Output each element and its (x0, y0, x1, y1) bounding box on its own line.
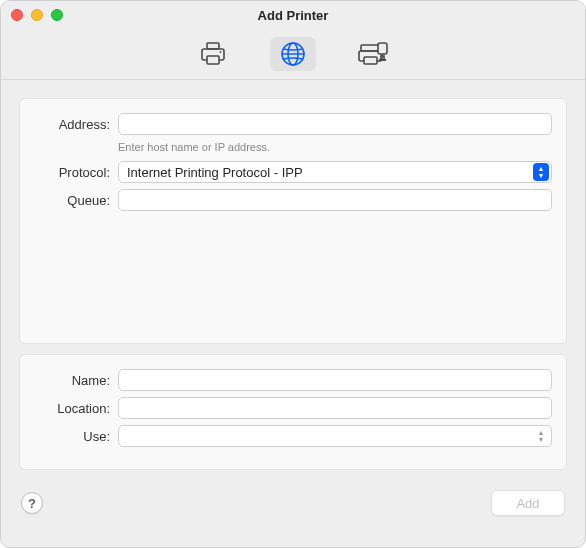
svg-point-3 (220, 51, 222, 53)
svg-rect-0 (207, 43, 219, 49)
svg-rect-10 (378, 43, 387, 54)
toolbar (1, 29, 585, 80)
close-window-button[interactable] (11, 9, 23, 21)
help-icon: ? (28, 496, 36, 511)
globe-icon (280, 41, 306, 67)
updown-icon: ▲▼ (533, 427, 549, 445)
add-printer-window: Add Printer (0, 0, 586, 548)
body: Address: Enter host name or IP address. … (1, 80, 585, 547)
address-hint: Enter host name or IP address. (118, 141, 552, 153)
minimize-window-button[interactable] (31, 9, 43, 21)
location-label: Location: (34, 401, 118, 416)
titlebar: Add Printer (1, 1, 585, 29)
name-label: Name: (34, 373, 118, 388)
svg-rect-7 (361, 45, 380, 51)
use-label: Use: (34, 429, 118, 444)
address-label: Address: (34, 117, 118, 132)
tab-default[interactable] (190, 37, 236, 71)
updown-icon: ▲▼ (533, 163, 549, 181)
connection-panel: Address: Enter host name or IP address. … (19, 98, 567, 344)
footer: ? Add (19, 490, 567, 516)
tab-windows[interactable] (350, 37, 396, 71)
queue-label: Queue: (34, 193, 118, 208)
help-button[interactable]: ? (21, 492, 43, 514)
zoom-window-button[interactable] (51, 9, 63, 21)
protocol-select[interactable]: Internet Printing Protocol - IPP ▲▼ (118, 161, 552, 183)
location-input[interactable] (118, 397, 552, 419)
protocol-value: Internet Printing Protocol - IPP (127, 165, 303, 180)
address-input[interactable] (118, 113, 552, 135)
add-button[interactable]: Add (491, 490, 565, 516)
details-panel: Name: Location: Use: ▲▼ (19, 354, 567, 470)
svg-rect-2 (207, 56, 219, 64)
use-select[interactable]: ▲▼ (118, 425, 552, 447)
name-input[interactable] (118, 369, 552, 391)
queue-input[interactable] (118, 189, 552, 211)
protocol-label: Protocol: (34, 165, 118, 180)
svg-rect-9 (364, 57, 377, 64)
tab-ip[interactable] (270, 37, 316, 71)
add-button-label: Add (516, 496, 539, 511)
window-controls (11, 9, 63, 21)
network-printer-icon (358, 42, 388, 66)
printer-icon (200, 42, 226, 66)
window-title: Add Printer (258, 8, 329, 23)
